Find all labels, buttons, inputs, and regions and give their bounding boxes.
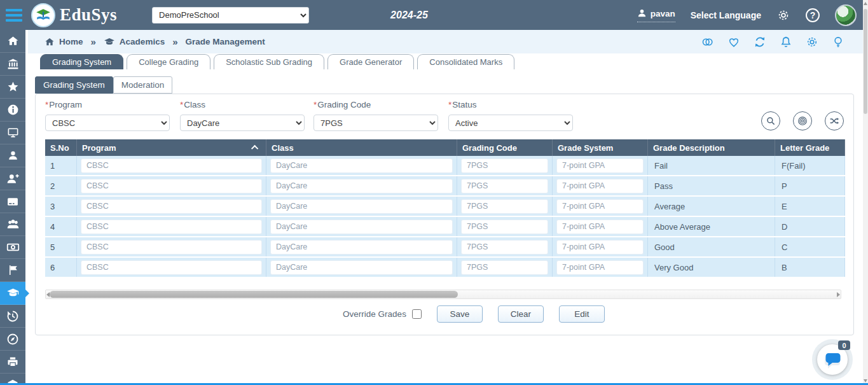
shuffle-icon [829, 115, 840, 127]
sidebar-item-staff[interactable] [0, 213, 25, 236]
avatar[interactable] [835, 4, 857, 26]
grading-code-select[interactable]: 7PGS [313, 115, 438, 131]
clear-button[interactable]: Clear [498, 305, 544, 323]
cell-grade-system: 7-point GPA [556, 220, 644, 234]
edit-button[interactable]: Edit [559, 305, 605, 323]
refresh-icon[interactable] [753, 35, 767, 49]
sidebar-item-home[interactable] [0, 30, 25, 53]
cell-sno: 1 [45, 156, 77, 175]
home-icon [45, 37, 55, 47]
select-language-button[interactable]: Select Language [691, 10, 761, 20]
cell-program: CBSC [81, 199, 262, 214]
breadcrumb-current-page: Grade Management [186, 37, 265, 46]
cell-sno: 4 [45, 217, 77, 236]
search-button[interactable] [761, 111, 780, 130]
scroll-down-arrow-icon[interactable] [864, 379, 867, 382]
chat-button[interactable]: 0 [817, 344, 848, 375]
program-select[interactable]: CBSC [45, 115, 170, 131]
class-select[interactable]: DayCare [180, 115, 305, 131]
table-row: 1 CBSC DayCare 7PGS 7-point GPA Fail F(F… [45, 156, 845, 176]
breadcrumb-academics[interactable]: Academics [104, 36, 165, 48]
bulb-icon[interactable] [831, 35, 845, 49]
breadcrumb-home[interactable]: Home [45, 37, 83, 47]
vertical-scrollbar[interactable] [863, 0, 868, 385]
cell-class: DayCare [270, 158, 453, 173]
cell-class: DayCare [270, 199, 453, 214]
footer-controls: Override Grades Save Clear Edit [36, 305, 853, 323]
bank-icon [7, 58, 19, 70]
column-header-class[interactable]: Class [266, 139, 457, 156]
breadcrumb-separator: » [91, 36, 96, 47]
cell-class: DayCare [270, 179, 453, 193]
brand-name: EduSys [60, 5, 117, 25]
column-header-grade-description[interactable]: Grade Description [648, 139, 775, 156]
tab-college-grading[interactable]: College Grading [127, 54, 210, 69]
bell-icon[interactable] [779, 35, 793, 49]
cell-program: CBSC [81, 220, 262, 234]
cell-letter-grade: C [775, 237, 845, 256]
vertical-scrollbar-thumb[interactable] [864, 9, 867, 114]
class-field: *Class DayCare [180, 100, 305, 131]
info-icon [7, 104, 19, 116]
chat-badge: 0 [838, 340, 850, 350]
table-row: 6 CBSC DayCare 7PGS 7-point GPA Very Goo… [45, 258, 845, 278]
column-header-program[interactable]: Program [77, 139, 266, 156]
cell-grade-description: Very Good [648, 258, 775, 277]
status-select[interactable]: Active [448, 115, 573, 131]
cell-program: CBSC [81, 240, 262, 255]
sidebar-item-favorites[interactable] [0, 76, 25, 99]
cell-sno: 6 [45, 258, 77, 277]
sidebar-item-monitor[interactable] [0, 122, 25, 144]
grading-panel: *Program CBSC *Class DayCare *Grading Co… [35, 94, 854, 335]
tab-grade-generator[interactable]: Grade Generator [327, 54, 414, 69]
heart-icon[interactable] [727, 35, 741, 49]
grading-code-field: *Grading Code 7PGS [313, 100, 438, 131]
column-header-letter-grade[interactable]: Letter Grade [775, 139, 845, 156]
tab-grading-system[interactable]: Grading System [40, 54, 123, 69]
sidebar-item-academics[interactable] [0, 282, 25, 305]
shuffle-button[interactable] [825, 111, 844, 130]
cell-class: DayCare [270, 240, 453, 255]
breadcrumb-bar: Home » Academics » Grade Management [25, 30, 863, 53]
sidebar-item-institution[interactable] [0, 53, 25, 76]
horizontal-scrollbar[interactable] [45, 290, 841, 299]
tab-scholastic-sub-grading[interactable]: Scholastic Sub Grading [214, 54, 324, 69]
settings-gear-icon[interactable] [776, 8, 790, 22]
brand-logo: EduSys [31, 3, 117, 27]
monitor-icon [7, 127, 19, 139]
table-row: 2 CBSC DayCare 7PGS 7-point GPA Pass P [45, 176, 845, 197]
sidebar-item-finance[interactable] [0, 236, 25, 259]
sidebar-item-history[interactable] [0, 305, 25, 328]
cell-class: DayCare [270, 220, 453, 234]
column-header-grading-code[interactable]: Grading Code [457, 139, 553, 156]
printer-icon [6, 356, 19, 368]
user-menu[interactable]: pavan [637, 8, 675, 22]
scroll-right-arrow-icon[interactable] [837, 292, 840, 297]
sidebar-item-compass[interactable] [0, 328, 25, 351]
save-button[interactable]: Save [437, 305, 483, 323]
hamburger-menu-icon[interactable] [6, 6, 22, 24]
school-select[interactable]: DemoPreSchool [152, 7, 309, 24]
sidebar-item-flag[interactable] [0, 259, 25, 282]
cell-grading-code: 7PGS [461, 179, 548, 193]
help-icon[interactable]: ? [806, 8, 820, 22]
horizontal-scrollbar-thumb[interactable] [50, 291, 458, 298]
target-button[interactable] [793, 111, 812, 130]
override-grades-group: Override Grades [343, 309, 422, 319]
cell-grading-code: 7PGS [461, 260, 548, 275]
subtab-moderation[interactable]: Moderation [113, 76, 173, 94]
toggle-icon[interactable] [701, 35, 715, 49]
sidebar-item-printer[interactable] [0, 351, 25, 374]
gear-icon[interactable] [805, 35, 819, 49]
scroll-up-arrow-icon[interactable] [864, 2, 867, 5]
override-grades-checkbox[interactable] [412, 309, 422, 319]
sidebar-item-card[interactable] [0, 190, 25, 213]
sidebar-item-student[interactable] [0, 144, 25, 167]
person-add-icon [6, 172, 19, 185]
sidebar-item-admission[interactable] [0, 167, 25, 190]
column-header-sno[interactable]: S.No [45, 139, 77, 156]
column-header-grade-system[interactable]: Grade System [553, 139, 648, 156]
tab-consolidated-marks[interactable]: Consolidated Marks [417, 54, 514, 69]
subtab-grading-system[interactable]: Grading System [35, 76, 113, 94]
sidebar-item-info[interactable] [0, 99, 25, 122]
